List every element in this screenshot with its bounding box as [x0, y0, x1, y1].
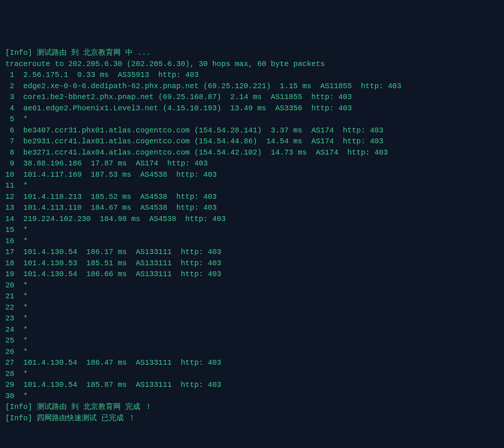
hop-detail: 2.56.175.1 0.33 ms AS35913 http: 403 [14, 71, 199, 79]
info-done-all: [Info] 四网路由快速测试 已完成 ！ [5, 413, 499, 424]
hop-number: 20 [5, 280, 14, 291]
hop-row: 6 be3407.ccr31.phx01.atlas.cogentco.com … [5, 125, 499, 136]
hop-row: 12 101.4.118.213 185.52 ms AS4538 http: … [5, 191, 499, 203]
hop-number: 15 [5, 224, 14, 236]
hop-detail: * [14, 237, 28, 245]
hop-number: 7 [5, 136, 14, 147]
hop-row: 16 * [5, 236, 499, 247]
hop-row: 4 ae61.edge2.Phoenix1.Level3.net (4.15.1… [5, 103, 499, 114]
hop-number: 17 [5, 247, 14, 258]
hop-detail: * [14, 292, 28, 301]
hop-detail: * [14, 392, 28, 400]
hop-row: 24 * [5, 324, 499, 335]
hop-row: 7 be2931.ccr41.lax01.atlas.cogentco.com … [5, 136, 499, 147]
hop-row: 25 * [5, 335, 499, 346]
hop-row: 14 219.224.102.230 184.98 ms AS4538 http… [5, 213, 499, 225]
hop-detail: 101.4.130.54 185.87 ms AS133111 http: 40… [14, 380, 221, 389]
hop-detail: * [14, 226, 28, 234]
hop-row: 28 * [5, 368, 499, 380]
hop-number: 12 [5, 191, 14, 203]
hop-row: 5 * [5, 114, 499, 125]
hop-detail: * [14, 347, 28, 356]
hop-detail: * [14, 303, 28, 312]
hop-detail: be3407.ccr31.phx01.atlas.cogentco.com (1… [14, 126, 383, 135]
hop-number: 14 [5, 213, 14, 225]
hop-detail: * [14, 325, 28, 334]
hop-number: 30 [5, 391, 14, 402]
hop-number: 5 [5, 114, 14, 125]
hop-number: 9 [5, 158, 14, 169]
hop-row: 20 * [5, 280, 499, 291]
hop-row: 15 * [5, 224, 499, 236]
hop-row: 27 101.4.130.54 186.47 ms AS133111 http:… [5, 357, 499, 368]
hop-detail: be3271.ccr41.lax04.atlas.cogentco.com (1… [14, 148, 388, 157]
hop-detail: 101.4.130.54 186.66 ms AS133111 http: 40… [14, 270, 221, 278]
hop-row: 26 * [5, 346, 499, 358]
hop-number: 21 [5, 291, 14, 302]
hop-number: 6 [5, 125, 14, 136]
hop-row: 2 edge2.xe-0-0-6.dedipath-62.phx.pnap.ne… [5, 81, 499, 92]
hop-detail: 101.4.130.53 185.51 ms AS133111 http: 40… [14, 259, 221, 268]
hop-row: 17 101.4.130.54 186.17 ms AS133111 http:… [5, 247, 499, 258]
traceroute-header: traceroute to 202.205.6.30 (202.205.6.30… [5, 59, 499, 70]
hop-number: 29 [5, 379, 14, 391]
hop-row: 3 core1.be2-bbnet2.phx.pnap.net (69.25.1… [5, 92, 499, 103]
hop-number: 2 [5, 81, 14, 92]
hop-number: 19 [5, 269, 14, 280]
hop-row: 29 101.4.130.54 185.87 ms AS133111 http:… [5, 379, 499, 391]
hop-number: 23 [5, 313, 14, 324]
hop-detail: * [14, 336, 28, 345]
hop-row: 1 2.56.175.1 0.33 ms AS35913 http: 403 [5, 69, 499, 81]
hop-number: 16 [5, 236, 14, 247]
hop-detail: edge2.xe-0-0-6.dedipath-62.phx.pnap.net … [14, 82, 401, 90]
hop-row: 18 101.4.130.53 185.51 ms AS133111 http:… [5, 258, 499, 269]
hop-row: 11 * [5, 180, 499, 191]
hop-detail: core1.be2-bbnet2.phx.pnap.net (69.25.168… [14, 93, 352, 101]
hop-detail: ae61.edge2.Phoenix1.Level3.net (4.15.10.… [14, 104, 352, 113]
hop-number: 11 [5, 180, 14, 191]
hop-number: 10 [5, 169, 14, 180]
hop-detail: 101.4.118.213 185.52 ms AS4538 http: 403 [14, 192, 217, 201]
hop-row: 9 38.88.196.186 17.87 ms AS174 http: 403 [5, 158, 499, 169]
hop-number: 8 [5, 147, 14, 158]
info-start: [Info] 测试路由 到 北京教育网 中 ... [5, 47, 499, 59]
info-done-route: [Info] 测试路由 到 北京教育网 完成 ！ [5, 401, 499, 413]
hop-row: 21 * [5, 291, 499, 302]
hop-row: 23 * [5, 313, 499, 324]
hop-number: 24 [5, 324, 14, 335]
hop-detail: * [14, 115, 28, 123]
hop-detail: * [14, 370, 28, 378]
hop-row: 13 101.4.113.110 184.67 ms AS4538 http: … [5, 202, 499, 213]
hop-number: 4 [5, 103, 14, 114]
hop-detail: 38.88.196.186 17.87 ms AS174 http: 403 [14, 159, 208, 168]
hop-number: 3 [5, 92, 14, 103]
hop-detail: * [14, 281, 28, 290]
hop-detail: 101.4.130.54 186.17 ms AS133111 http: 40… [14, 248, 221, 256]
hop-detail: 219.224.102.230 184.98 ms AS4538 http: 4… [14, 215, 226, 223]
hop-number: 26 [5, 346, 14, 358]
hop-detail: 101.4.117.169 187.53 ms AS4538 http: 403 [14, 170, 217, 179]
hop-row: 19 101.4.130.54 186.66 ms AS133111 http:… [5, 269, 499, 280]
hop-row: 10 101.4.117.169 187.53 ms AS4538 http: … [5, 169, 499, 180]
hop-detail: * [14, 314, 28, 323]
hop-number: 27 [5, 357, 14, 368]
hop-detail: * [14, 181, 28, 190]
hop-number: 13 [5, 202, 14, 213]
hop-row: 30 * [5, 391, 499, 402]
terminal-output: [Info] 测试路由 到 北京教育网 中 ...traceroute to 2… [5, 47, 499, 424]
hop-number: 25 [5, 335, 14, 346]
hop-number: 28 [5, 368, 14, 380]
hop-detail: 101.4.113.110 184.67 ms AS4538 http: 403 [14, 203, 217, 212]
hop-number: 1 [5, 69, 14, 81]
hop-number: 18 [5, 258, 14, 269]
hop-row: 22 * [5, 302, 499, 313]
hop-number: 22 [5, 302, 14, 313]
hop-row: 8 be3271.ccr41.lax04.atlas.cogentco.com … [5, 147, 499, 158]
hop-detail: be2931.ccr41.lax01.atlas.cogentco.com (1… [14, 137, 383, 146]
hop-detail: 101.4.130.54 186.47 ms AS133111 http: 40… [14, 358, 221, 367]
